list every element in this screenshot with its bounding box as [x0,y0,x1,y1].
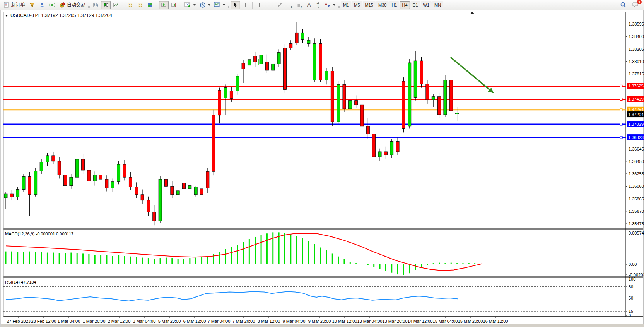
equidistant-channel-icon: E [286,2,293,8]
candle [129,177,132,187]
add-indicator-button[interactable] [183,1,197,9]
candle [4,194,7,198]
vertical-line-tool-button[interactable] [255,1,264,9]
candle [82,159,85,170]
hline-resistance-1.37625[interactable]: 1.37625 [3,83,644,89]
svg-text:1.36255: 1.36255 [629,171,644,176]
toolbar-separator [252,2,253,9]
horizontal-line-tool-button[interactable] [265,1,274,9]
timeframe-button-H4[interactable]: H4 [400,1,410,9]
timeframe-button-M1[interactable]: M1 [341,1,351,9]
candle [34,171,37,195]
collapse-triangle-icon[interactable] [5,15,8,17]
svg-text:1.37029: 1.37029 [628,122,644,127]
filter-button[interactable] [27,1,37,9]
candle [87,170,91,181]
candle [372,134,376,157]
timeframe-button-M30[interactable]: M30 [376,1,389,9]
zoom-in-button[interactable] [125,1,135,9]
template-icon [214,2,220,8]
search-button[interactable] [618,1,628,9]
timeframe-button-M15[interactable]: M15 [363,1,376,9]
dropdown-caret-icon [193,4,196,6]
period-clock-button[interactable] [198,1,212,9]
svg-text:E: E [291,6,292,8]
candle [301,33,304,39]
candle [99,175,102,180]
hline-resistance-1.37419[interactable]: 1.37419 [3,96,644,102]
candle [319,43,322,80]
chart-canvas[interactable]: 1.376251.374191.372541.372041.370291.368… [1,10,644,327]
toolbar-separator [123,2,123,9]
chart-window[interactable]: 1.376251.374191.372541.372041.370291.368… [0,10,644,327]
timeframe-button-D1[interactable]: D1 [410,1,420,9]
chart-shift-button[interactable] [169,1,179,9]
cursor-button[interactable] [231,1,240,9]
svg-text:0.00: 0.00 [629,262,637,267]
text-tool-button[interactable]: A [305,1,313,9]
hline-support-1.36823[interactable]: 1.36823 [3,134,644,140]
dropdown-caret-icon [208,4,210,6]
svg-text:1.36645: 1.36645 [629,147,644,151]
svg-text:1.37204: 1.37204 [628,112,644,117]
tile-windows-icon [147,2,153,8]
candle [384,152,387,155]
hline-pivot-1.37254[interactable]: 1.37254 [3,107,644,113]
candle [28,176,31,194]
broadcast-button[interactable] [47,1,57,9]
candle [218,90,221,115]
candle [194,187,197,195]
svg-text:1.38595: 1.38595 [629,22,644,26]
candle [93,175,96,181]
candle [343,84,346,109]
hline-support-1.37029[interactable]: 1.37029 [3,121,644,127]
crosshair-button[interactable] [241,1,250,9]
templates-button[interactable] [212,1,227,9]
notifications-chat-button[interactable]: 1 [630,1,640,9]
candle [449,80,453,111]
timeframe-button-MN[interactable]: MN [432,1,443,9]
svg-text:1.37419: 1.37419 [628,97,644,101]
auto-scroll-button[interactable] [159,1,169,9]
candle [420,61,423,84]
timeframe-group: M1M5M15M30H1H4D1W1MN [341,1,443,9]
trendline-tool-button[interactable] [275,1,284,9]
trend-arrow-annotation[interactable] [451,57,494,93]
svg-text:1.36450: 1.36450 [629,159,644,164]
vertical-line-icon [256,2,263,8]
candle [254,56,257,62]
add-indicator-icon [184,2,191,8]
profile-button[interactable] [37,1,47,9]
cursor-arrow-icon [232,2,239,8]
tile-windows-button[interactable] [145,1,155,9]
bar-chart-button[interactable] [91,1,101,9]
timeframe-button-M5[interactable]: M5 [352,1,362,9]
candle [105,179,108,188]
zoom-out-button[interactable] [135,1,145,9]
line-chart-button[interactable] [111,1,121,9]
candlestick-chart-icon [102,2,109,8]
funnel-icon [29,2,35,8]
fibonacci-icon: F [296,2,303,8]
candle [414,61,417,97]
timeframe-button-H1[interactable]: H1 [389,1,399,9]
zoom-in-icon [126,2,133,8]
chart-shift-marker[interactable] [470,12,475,14]
new-order-button[interactable]: 新订单 [2,1,27,9]
svg-text:F: F [301,6,302,8]
rsi-pane: 1008050150 [3,277,635,318]
fibonacci-tool-button[interactable]: F [295,1,304,9]
auto-trading-button[interactable]: 自动交易 [57,1,87,9]
candle [265,62,268,70]
time-label: 6 Mar 12:00 [183,319,206,324]
channel-tool-button[interactable]: E [285,1,294,9]
text-label-tool-button[interactable]: T [314,1,322,9]
candle [325,71,328,80]
pane-borders [1,12,644,327]
time-axis[interactable]: 27 Feb 202328 Feb 12:001 Mar 04:001 Mar … [7,317,508,324]
candlestick-chart-button[interactable] [101,1,111,9]
time-label: 9 Mar 04:00 [283,319,306,324]
timeframe-button-W1[interactable]: W1 [421,1,432,9]
current-price-line[interactable]: 1.37204 [3,111,644,117]
arrows-tool-button[interactable] [323,1,337,9]
